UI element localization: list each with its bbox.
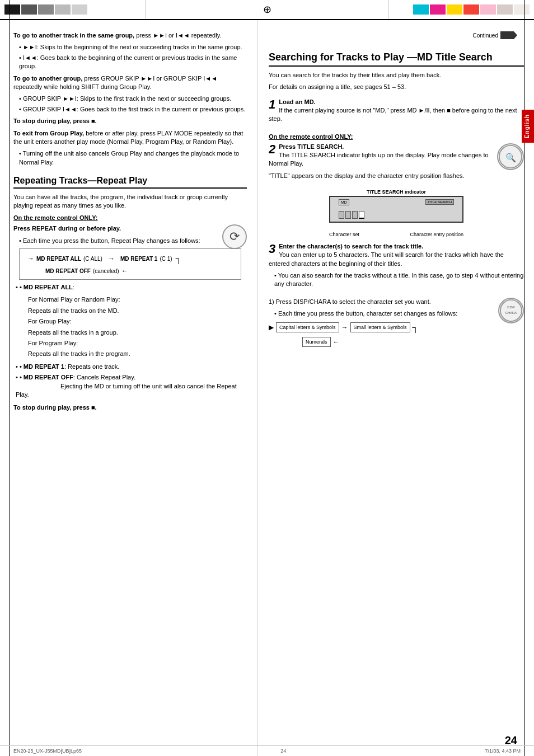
exit-group-play-item: Turning off the unit also cancels Group …: [19, 149, 247, 167]
md-repeat-all-bold: • MD REPEAT ALL: [20, 284, 73, 290]
repeat-section: Repeating Tracks—Repeat Play You can hav…: [13, 176, 247, 412]
title-search-diagram: TITLE SEARCH indicator MD TITLE SEARCH: [329, 189, 463, 237]
color-block-magenta: [430, 4, 446, 15]
repeat-all-group-label: For Group Play:: [26, 317, 133, 326]
md-repeat-off-sub: (canceled): [93, 268, 119, 274]
searching-details-ref: For details on assigning a title, see pa…: [269, 83, 524, 91]
md-repeat-1-item: • MD REPEAT 1: Repeats one track.: [16, 363, 247, 371]
repeat-all-program-text: Repeats all the tracks in the program.: [26, 349, 133, 359]
press-repeat-bold: Press REPEAT during or before play.: [13, 225, 121, 232]
ejecting-text: Ejecting the MD or turning off the unit …: [16, 383, 237, 398]
main-content: To go to another track in the same group…: [0, 20, 534, 756]
track-nav-heading: To go to another track in the same group…: [13, 31, 247, 40]
step1-number: 1: [269, 98, 275, 111]
char-cell-cursor: [359, 211, 364, 219]
group-skip-bold: To go to another group,: [13, 75, 82, 82]
footer-right: 7/1/03, 4:43 PM: [485, 748, 521, 754]
color-block-black: [4, 4, 20, 15]
arrow-right-middle: →: [108, 255, 115, 262]
right-column: Continued English Searching for Tracks t…: [257, 20, 534, 756]
repeat-all-program-text-row: Repeats all the tracks in the program.: [26, 349, 133, 359]
repeat-all-group-text-row: Repeats all the tracks in a group.: [26, 328, 133, 337]
color-block-lighter: [72, 4, 87, 15]
repeat-all-table: For Normal Play or Random Play: Repeats …: [25, 294, 134, 360]
group-skip-list: GROUP SKIP ►►I: Skips to the first track…: [13, 95, 247, 114]
step2-title: Press TITLE SEARCH.: [279, 143, 344, 150]
step1-title: Load an MD.: [279, 98, 315, 105]
footer-center: 24: [280, 748, 286, 754]
left-margin-line: [9, 0, 10, 19]
md-repeat-off-item: • MD REPEAT OFF: Cancels Repeat Play. Ej…: [16, 373, 247, 399]
bracket-top-right: ┐: [176, 253, 182, 264]
numerals-box: Numerals: [302, 337, 331, 347]
stop-during-play-bottom: To stop during play, press ■.: [13, 403, 247, 412]
top-bar-right: [388, 0, 534, 19]
char-cell-1: [339, 211, 344, 219]
repeat-icon-inner: ⟳: [229, 228, 240, 246]
char-display-area: [339, 210, 454, 219]
md-repeat-off-label: MD REPEAT OFF: [45, 268, 91, 274]
press-repeat-label: Press REPEAT during or before play. ⟳: [13, 224, 247, 233]
left-col-margin: [9, 20, 10, 756]
color-block-lightgray: [55, 4, 71, 15]
svg-text:DISP: DISP: [507, 306, 515, 309]
color-block-cyan: [413, 4, 429, 15]
group-skip-item-1: GROUP SKIP ►►I: Skips to the first track…: [19, 95, 247, 103]
color-blocks-right: [413, 4, 530, 15]
group-skip-item-2: GROUP SKIP I◄◄: Goes back to the first t…: [19, 105, 247, 114]
char-set-numerals-row: Numerals ←: [302, 337, 524, 347]
md-repeat-1-bold: • MD REPEAT 1: [20, 363, 64, 370]
step1-text: If the current playing source is not "MD…: [269, 106, 524, 124]
ts-screen: MD TITLE SEARCH: [329, 196, 463, 223]
disp-chara-icon: DISP CHARA: [498, 298, 524, 323]
char-set-label: Character set: [329, 232, 359, 237]
repeat-all-program-label: For Program Play:: [26, 339, 133, 348]
arrow-left-numerals: ←: [333, 338, 340, 346]
md-repeat-descriptions: • MD REPEAT ALL: For Normal Play or Rand…: [13, 283, 247, 399]
md-repeat-diagram: → MD REPEAT ALL (C ALL) → MD REPEAT 1 (C…: [19, 248, 241, 280]
substep1-label: 1) Press DISP/CHARA to select the charac…: [269, 298, 524, 306]
searching-remote-only: On the remote control ONLY:: [269, 133, 524, 141]
color-block-beige: [514, 4, 530, 15]
md-repeat-1-sub: (C 1): [160, 256, 172, 262]
substep1-block: DISP CHARA 1) Press DISP/CHARA to select…: [269, 298, 524, 348]
continued-arrow-icon: [500, 31, 517, 39]
step2-number: 2: [269, 143, 275, 156]
ts-screen-inner: MD TITLE SEARCH: [338, 198, 455, 220]
step2-block: 2 🔍 Press TITLE SEARCH. The TITLE SEARCH…: [269, 143, 524, 184]
md-repeat-off-bold: • MD REPEAT OFF: [20, 374, 73, 381]
color-blocks-left: [4, 4, 87, 15]
stop-during-play-top: To stop during play, press ■.: [13, 117, 247, 125]
color-block-red: [463, 4, 479, 15]
step3-block: 3 Enter the character(s) to search for t…: [269, 243, 524, 292]
repeat-bullet-list: Each time you press the button, Repeat P…: [13, 237, 247, 245]
char-set-diagram: ▶ Capital letters & Symbols → Small lett…: [269, 322, 495, 332]
step3-text: You can enter up to 5 characters. The un…: [269, 251, 524, 268]
char-cell-3: [352, 211, 358, 219]
repeat-all-normal-label: For Normal Play or Random Play:: [26, 295, 133, 304]
md-repeat-off-desc: Cancels Repeat Play.: [77, 374, 135, 381]
md-repeat-off-row: MD REPEAT OFF (canceled) ←: [45, 267, 128, 275]
md-repeat-all-sub: (C ALL): [83, 256, 102, 262]
continued-text: Continued: [472, 32, 498, 39]
step3-list: You can also search for the tracks witho…: [269, 271, 524, 289]
capital-letters-box: Capital letters & Symbols: [276, 322, 339, 332]
exit-group-play-bold: To exit from Group Play,: [13, 130, 84, 137]
md-indicator: MD: [339, 199, 349, 205]
title-search-icon-svg: 🔍: [498, 144, 523, 170]
compass-symbol: ⊕: [263, 3, 271, 16]
track-nav-text: press ►►I or I◄◄ repeatedly.: [136, 32, 221, 39]
exit-group-play-list: Turning off the unit also cancels Group …: [13, 149, 247, 167]
step3-bullet: You can also search for the tracks witho…: [274, 271, 524, 289]
repeat-all-program-row: For Program Play:: [26, 339, 133, 348]
title-search-indicator-box: TITLE SEARCH: [425, 199, 454, 205]
stop-during-play-bottom-bold: To stop during play, press ■.: [13, 404, 97, 411]
color-block-yellow: [447, 4, 462, 15]
arrow-right-start: →: [27, 255, 34, 262]
md-repeat-bottom-col: MD REPEAT OFF (canceled) ←: [45, 267, 128, 275]
step2-text: The TITLE SEARCH indicator lights up on …: [269, 151, 524, 168]
char-cell-2: [345, 211, 351, 219]
char-entry-label: Character entry position: [410, 232, 463, 237]
searching-section: Searching for Tracks to Play —MD Title S…: [269, 51, 524, 347]
footer-left: EN20-25_UX-J55MD[UB]t.p65: [13, 748, 82, 754]
